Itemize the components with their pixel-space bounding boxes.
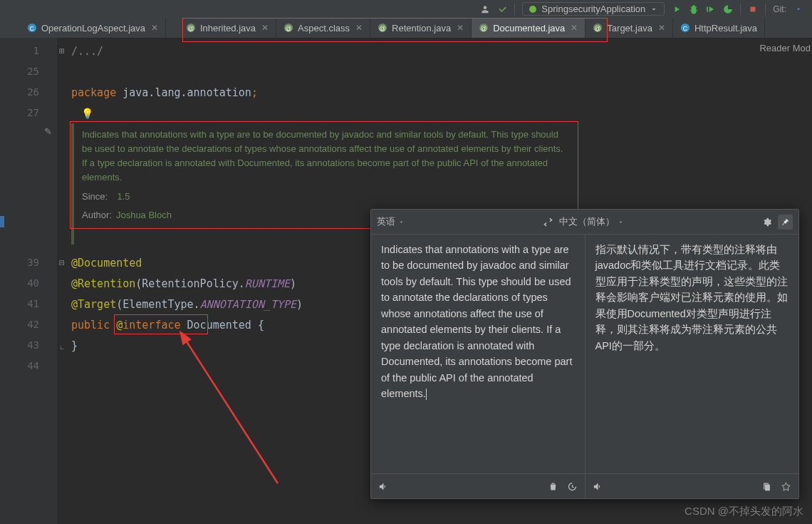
text-caret — [426, 389, 427, 400]
separator — [765, 4, 766, 15]
source-language-label: 英语 — [377, 215, 395, 228]
line-number: 27 — [0, 107, 39, 118]
translate-body: Indicates that annotations with a type a… — [371, 235, 798, 498]
tab-retention[interactable]: @ Retention.java ✕ — [370, 18, 472, 38]
tab-label: HttpResult.java — [694, 23, 757, 34]
chevron-down-icon — [618, 219, 624, 225]
code-line: /.../ — [71, 45, 103, 58]
fold-expand-icon[interactable]: ⊞ — [57, 46, 67, 56]
class-icon: C — [27, 23, 37, 33]
code-line: @Target(ElementType.ANNOTATION_TYPE) — [71, 298, 303, 311]
tab-label: Inherited.java — [200, 23, 256, 34]
svg-text:@: @ — [188, 25, 194, 32]
target-pane: 指示默认情况下，带有类型的注释将由javadoc和类似工具进行文档记录。此类型应… — [585, 235, 799, 498]
svg-text:C: C — [30, 25, 34, 32]
run-config-label: SpringsecurityApplication — [541, 4, 645, 14]
chevron-down-icon — [398, 219, 405, 225]
source-text[interactable]: Indicates that annotations with a type a… — [371, 235, 585, 473]
line-number: 43 — [0, 339, 39, 351]
tab-inherited[interactable]: @ Inherited.java ✕ — [179, 18, 276, 38]
pin-icon[interactable] — [778, 215, 793, 230]
close-icon[interactable]: ✕ — [457, 23, 464, 33]
javadoc-body: Indicates that annotations with a type a… — [82, 128, 566, 185]
code-line: @Retention(RetentionPolicy.RUNTIME) — [71, 277, 296, 290]
coverage-icon[interactable] — [706, 4, 716, 14]
intention-bulb[interactable]: 💡 — [81, 107, 93, 120]
watermark: CSDN @不掉头发的阿水 — [685, 505, 803, 518]
speaker-icon[interactable] — [378, 481, 389, 492]
speaker-icon[interactable] — [593, 481, 603, 492]
trash-icon[interactable] — [548, 481, 558, 492]
line-number: 25 — [0, 66, 39, 77]
annotation-icon: @ — [593, 23, 603, 33]
star-icon[interactable] — [781, 481, 791, 492]
copy-icon[interactable] — [761, 481, 772, 492]
tab-target[interactable]: @ Target.java ✕ — [585, 18, 673, 38]
tab-label: Documented.java — [493, 23, 565, 34]
class-icon: C — [680, 23, 690, 33]
settings-icon[interactable] — [761, 217, 772, 227]
target-language-selector[interactable]: 中文（简体） — [559, 215, 624, 228]
tab-label: OperationLogAspect.java — [41, 23, 145, 34]
javadoc-since: Since: 1.5 — [82, 190, 566, 204]
user-icon[interactable] — [480, 4, 490, 14]
fold-collapse-icon[interactable]: ⊟ — [57, 257, 67, 268]
annotation-icon: @ — [283, 23, 293, 33]
svg-rect-1 — [707, 6, 708, 11]
history-icon[interactable] — [567, 481, 578, 492]
source-pane: Indicates that annotations with a type a… — [371, 235, 585, 498]
swap-icon[interactable] — [543, 217, 553, 227]
stop-icon[interactable] — [748, 4, 758, 14]
source-language-selector[interactable]: 英语 — [377, 215, 405, 228]
close-icon[interactable]: ✕ — [151, 23, 158, 33]
svg-rect-2 — [751, 6, 756, 11]
target-text[interactable]: 指示默认情况下，带有类型的注释将由javadoc和类似工具进行文档记录。此类型应… — [585, 235, 799, 473]
translate-header: 英语 中文（简体） — [371, 210, 798, 235]
vcs-marker — [0, 216, 4, 227]
run-icon[interactable] — [672, 4, 682, 14]
tab-label: Retention.java — [392, 23, 451, 34]
spring-icon — [529, 5, 537, 14]
translate-popup: 英语 中文（简体） Indicates that annotations wit… — [370, 209, 799, 499]
git-update-icon[interactable] — [793, 4, 803, 14]
close-icon[interactable]: ✕ — [658, 23, 665, 33]
lightbulb-icon[interactable]: 💡 — [81, 108, 93, 119]
source-footer — [371, 473, 585, 498]
debug-icon[interactable] — [689, 4, 699, 14]
build-icon[interactable] — [497, 4, 507, 14]
code-line: } — [71, 339, 78, 352]
fold-end-icon[interactable]: ⌞ — [57, 340, 67, 351]
close-icon[interactable]: ✕ — [571, 23, 578, 33]
svg-text:@: @ — [380, 25, 386, 32]
line-number: 44 — [0, 360, 39, 371]
separator — [514, 4, 515, 15]
svg-text:@: @ — [481, 25, 487, 32]
separator — [740, 4, 741, 15]
target-language-label: 中文（简体） — [559, 215, 615, 228]
line-number: 1 — [0, 45, 39, 56]
chevron-down-icon — [650, 5, 658, 14]
close-icon[interactable]: ✕ — [261, 23, 269, 33]
run-config-selector[interactable]: SpringsecurityApplication — [522, 2, 665, 16]
svg-text:C: C — [683, 25, 687, 32]
edit-icon[interactable]: ✎ — [40, 126, 56, 137]
profile-icon[interactable] — [723, 4, 733, 14]
tab-operationlogaspect[interactable]: C OperationLogAspect.java ✕ — [20, 18, 166, 38]
tab-label: Target.java — [607, 23, 652, 34]
annotation-icon: @ — [186, 23, 196, 33]
line-number: 39 — [0, 257, 39, 268]
code-line: @Documented — [71, 257, 142, 269]
tab-aspect[interactable]: @ Aspect.class ✕ — [276, 18, 370, 38]
line-number: 41 — [0, 298, 39, 309]
line-number: 42 — [0, 319, 39, 330]
close-icon[interactable]: ✕ — [355, 23, 363, 33]
line-number: 26 — [0, 86, 39, 98]
line-number: 40 — [0, 277, 39, 289]
code-line: package java.lang.annotation; — [71, 86, 258, 99]
annotation-icon: @ — [479, 23, 489, 33]
tab-httpresult[interactable]: C HttpResult.java — [673, 18, 765, 38]
target-footer — [585, 473, 799, 498]
svg-text:@: @ — [286, 25, 292, 32]
tab-documented[interactable]: @ Documented.java ✕ — [472, 18, 585, 38]
gutter: 1 25 26 27 ✎ 39 40 41 42 43 44 — [0, 38, 57, 524]
